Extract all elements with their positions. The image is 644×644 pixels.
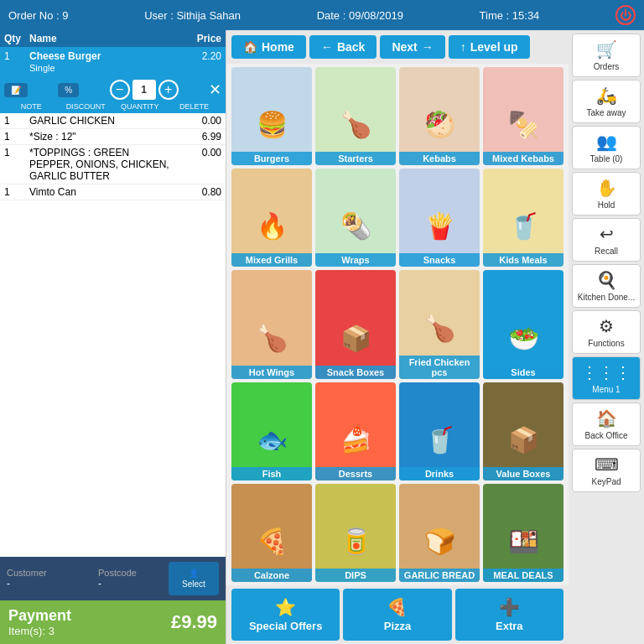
menu-item-label: DIPS: [315, 569, 396, 582]
right-btn-keypad[interactable]: ⌨ KeyPad: [572, 449, 641, 492]
bottom-btn-extra[interactable]: ➕ Extra: [455, 589, 564, 641]
menu-item-hot-wings[interactable]: 🍗 Hot Wings: [231, 270, 312, 378]
menu-item-value-boxes[interactable]: 📦 Value Boxes: [483, 382, 564, 480]
right-btn-kitchen-done[interactable]: 🍳 Kitchen Done...: [572, 264, 641, 308]
select-customer-button[interactable]: 👤 Select: [169, 562, 219, 595]
menu-item-image: 🍟: [399, 199, 480, 253]
menu-item-starters[interactable]: 🍗 Starters: [315, 67, 396, 165]
menu-item-fish[interactable]: 🐟 Fish: [231, 382, 312, 480]
right-btn-icon: ↩: [600, 224, 614, 244]
menu-item-fried-chicken[interactable]: 🍗 Fried Chicken pcs: [399, 270, 480, 378]
right-btn-label: Recall: [595, 247, 618, 256]
row-qty: 1: [4, 115, 29, 127]
menu-item-label: MEAL DEALS: [483, 569, 564, 582]
discount-icon: %: [65, 86, 72, 95]
right-btn-back-office[interactable]: 🏠 Back Office: [572, 402, 641, 446]
menu-item-drinks[interactable]: 🥤 Drinks: [399, 382, 480, 480]
menu-item-image: 🍗: [315, 97, 396, 152]
menu-item-label: Sides: [483, 366, 564, 379]
menu-item-burgers[interactable]: 🍔 Burgers: [231, 67, 312, 165]
right-btn-icon: 🛵: [596, 86, 617, 106]
right-btn-label: Hold: [598, 200, 615, 210]
selected-item-sub: Single: [29, 63, 55, 73]
row-price: 0.00: [171, 115, 221, 127]
menu-item-wraps[interactable]: 🌯 Wraps: [315, 169, 396, 267]
menu-grid: 🍔 Burgers 🍗 Starters 🥙 Kebabs 🍢 Mixed Ke…: [226, 64, 569, 585]
back-button[interactable]: ← Back: [309, 35, 377, 59]
right-btn-take-away[interactable]: 🛵 Take away: [572, 80, 641, 123]
qty-increase-button[interactable]: +: [158, 80, 179, 100]
right-btn-icon: 🍳: [596, 270, 617, 290]
menu-item-calzone[interactable]: 🍕 Calzone: [231, 484, 312, 582]
menu-item-dips[interactable]: 🥫 DIPS: [315, 484, 396, 582]
order-number: Order No : 9: [8, 9, 69, 22]
right-btn-hold[interactable]: ✋ Hold: [572, 172, 641, 216]
order-table: Qty Name Price 1 Cheese Burger 2.20 Sing…: [0, 30, 226, 557]
bottom-label: Pizza: [384, 620, 412, 632]
time-label: Time : 15:34: [480, 9, 540, 22]
right-btn-functions[interactable]: ⚙ Functions: [572, 310, 641, 354]
menu-item-snacks[interactable]: 🍟 Snacks: [399, 169, 480, 267]
menu-item-label: Burgers: [231, 152, 312, 165]
menu-item-image: 🌯: [315, 199, 396, 253]
right-btn-icon: ⚙: [599, 316, 614, 336]
right-btn-label: Table (0): [590, 154, 623, 164]
menu-item-sides[interactable]: 🥗 Sides: [483, 270, 564, 378]
qty-decrease-button[interactable]: −: [110, 80, 130, 100]
main-area: Qty Name Price 1 Cheese Burger 2.20 Sing…: [0, 30, 644, 644]
menu-item-image: 🥙: [399, 97, 480, 152]
menu-item-image: 🥤: [483, 199, 564, 253]
menu-item-mixed-kebabs[interactable]: 🍢 Mixed Kebabs: [483, 67, 564, 165]
bottom-btn-pizza[interactable]: 🍕 Pizza: [343, 589, 451, 641]
delete-button[interactable]: ✕: [209, 80, 221, 99]
payment-bar[interactable]: Payment Item(s): 3 £9.99: [0, 600, 226, 644]
order-row[interactable]: 1 *TOPPINGS : GREEN PEPPER, ONIONS, CHIC…: [0, 145, 226, 184]
next-button[interactable]: Next →: [380, 35, 444, 59]
next-icon: →: [422, 40, 434, 54]
home-button[interactable]: 🏠 Home: [231, 35, 306, 59]
menu-item-label: Dessrts: [315, 467, 396, 480]
level-up-button[interactable]: ↑ Level up: [449, 35, 530, 59]
bottom-btn-special-offers[interactable]: ⭐ Special Offers: [231, 589, 340, 641]
payment-items: Item(s): 3: [8, 625, 71, 637]
menu-item-kids-meals[interactable]: 🥤 Kids Meals: [483, 169, 564, 267]
row-name: *Size : 12": [29, 131, 171, 143]
menu-item-label: Value Boxes: [483, 467, 564, 480]
menu-item-image: 📦: [315, 311, 396, 366]
bottom-label: Special Offers: [249, 620, 322, 632]
note-button[interactable]: 📝: [4, 83, 28, 97]
menu-item-kebabs[interactable]: 🥙 Kebabs: [399, 67, 480, 165]
menu-item-mixed-grills[interactable]: 🔥 Mixed Grills: [231, 169, 312, 267]
discount-button[interactable]: %: [58, 83, 79, 97]
row-name: *TOPPINGS : GREEN PEPPER, ONIONS, CHICKE…: [29, 147, 171, 182]
right-btn-recall[interactable]: ↩ Recall: [572, 218, 641, 262]
order-row[interactable]: 1 Vimto Can 0.80: [0, 184, 226, 200]
right-btn-table[interactable]: 👥 Table (0): [572, 126, 641, 169]
right-btn-orders[interactable]: 🛒 Orders: [572, 34, 641, 77]
right-btn-menu1[interactable]: ⋮⋮⋮ Menu 1: [572, 356, 641, 400]
menu-item-meal-deals[interactable]: 🍱 MEAL DEALS: [483, 484, 564, 582]
bottom-label: Extra: [496, 620, 523, 632]
row-qty: 1: [4, 186, 29, 198]
menu-item-label: Calzone: [231, 569, 312, 582]
selected-order-row[interactable]: 1 Cheese Burger 2.20 Single: [0, 47, 226, 77]
discount-label: DISCOUNT: [59, 102, 113, 111]
order-row[interactable]: 1 GARLIC CHICKEN 0.00: [0, 113, 226, 129]
right-btn-label: KeyPad: [591, 477, 621, 486]
action-labels: NOTE DISCOUNT QUANTITY DELETE: [0, 102, 226, 113]
right-btn-icon: ✋: [596, 178, 617, 198]
menu-item-garlic-bread[interactable]: 🍞 GARLIC BREAD: [399, 484, 480, 582]
row-name: Vimto Can: [29, 186, 171, 198]
menu-item-snack-boxes[interactable]: 📦 Snack Boxes: [315, 270, 396, 378]
qty-display: 1: [132, 80, 156, 100]
row-qty: 1: [4, 131, 29, 143]
note-icon: 📝: [11, 86, 21, 95]
menu-item-desserts[interactable]: 🍰 Dessrts: [315, 382, 396, 480]
home-label: Home: [262, 40, 294, 54]
menu-item-label: Mixed Grills: [231, 253, 312, 267]
order-row[interactable]: 1 *Size : 12" 6.99: [0, 129, 226, 145]
power-button[interactable]: ⏻: [615, 5, 636, 25]
menu-item-label: Mixed Kebabs: [483, 152, 564, 165]
col-price: Price: [171, 33, 221, 44]
selected-price: 2.20: [171, 50, 221, 62]
